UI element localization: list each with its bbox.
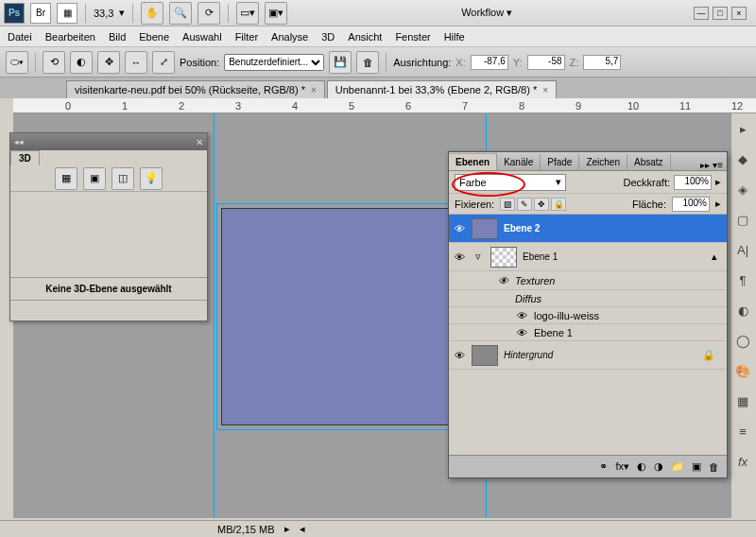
layer-ebene1-child[interactable]: 👁 Ebene 1 [449,324,727,341]
visibility-icon[interactable]: 👁 [453,223,466,234]
ps-icon[interactable]: Ps [4,3,25,24]
menu-fenster[interactable]: Fenster [395,31,430,43]
close-icon[interactable]: × [542,85,548,95]
layer-texturen[interactable]: 👁 Texturen [449,271,727,290]
doc-tab-2[interactable]: Unbenannt-1 bei 33,3% (Ebene 2, RGB/8) *… [327,80,557,98]
screen-icon[interactable]: ▣▾ [265,2,287,25]
visibility-icon[interactable]: 👁 [453,251,466,263]
mask-icon[interactable]: ◯ [733,331,752,350]
light-icon[interactable]: 💡 [140,167,163,190]
panel-3d-header[interactable]: ◂◂ ✕ [10,133,207,150]
menu-analyse[interactable]: Analyse [271,31,308,43]
delete-icon[interactable]: 🗑 [356,51,379,74]
bridge-icon[interactable]: Br [30,3,51,24]
canvas[interactable] [221,208,486,425]
arrow-icon[interactable]: ▸ [733,119,752,138]
arrange-icon[interactable]: ▭▾ [236,2,259,25]
color-icon[interactable]: 🎨 [733,361,752,380]
blend-mode-select[interactable]: Farbe▾ [455,174,566,191]
adjust-icon[interactable]: ◐ [733,301,752,320]
menu-bild[interactable]: Bild [109,31,126,43]
stack-icon[interactable]: ◆ [733,149,752,168]
3d-rotate-icon[interactable]: ⟲ [43,51,65,74]
layer-ebene2[interactable]: 👁 Ebene 2 [449,215,727,243]
minimize-button[interactable]: — [694,7,709,20]
film-icon[interactable]: ▦ [57,3,77,24]
layers-icon[interactable]: ≡ [733,422,752,441]
y-value[interactable]: -58 [527,55,565,70]
grid-icon[interactable]: ▦ [733,391,752,410]
visibility-icon[interactable]: 👁 [515,327,528,338]
menu-filter[interactable]: Filter [235,31,258,43]
swatches-icon[interactable]: ◈ [733,180,752,199]
adjustment-icon[interactable]: ◑ [654,460,663,473]
layer-logo[interactable]: 👁 logo-illu-weiss [449,307,727,324]
tab-absatz[interactable]: Absatz [627,154,671,170]
mask-icon[interactable]: ◐ [637,460,646,473]
link-icon[interactable]: ⚭ [599,460,608,473]
3d-slide-icon[interactable]: ↔ [125,51,147,74]
layer-thumb[interactable] [472,218,498,239]
layer-thumb[interactable] [472,345,498,366]
fx-dock-icon[interactable]: fx [733,452,752,471]
tab-pfade[interactable]: Pfade [541,154,579,170]
guide[interactable] [214,113,215,518]
lock-transparent-icon[interactable]: ▨ [500,198,515,211]
3d-roll-icon[interactable]: ◐ [70,51,93,74]
visibility-icon[interactable]: 👁 [496,275,509,286]
tab-3d[interactable]: 3D [10,150,40,165]
current-tool-icon[interactable]: ⬭▾ [6,51,28,74]
lock-move-icon[interactable]: ✥ [534,198,549,211]
crop-icon[interactable]: ▢ [733,210,752,229]
menu-datei[interactable]: Datei [8,31,32,43]
z-value[interactable]: 5,7 [583,55,621,70]
rotate-icon[interactable]: ⟳ [198,2,220,25]
mesh-icon[interactable]: ▣ [83,167,106,190]
scene-icon[interactable]: ▦ [55,167,77,190]
fx-icon[interactable]: fx▾ [615,460,629,473]
maximize-button[interactable]: □ [713,7,728,20]
menu-auswahl[interactable]: Auswahl [182,31,222,43]
save-icon[interactable]: 💾 [329,51,352,74]
tab-zeichen[interactable]: Zeichen [579,154,627,170]
visibility-icon[interactable]: 👁 [515,310,528,321]
menu-bearbeiten[interactable]: Bearbeiten [45,31,95,43]
opacity-value[interactable]: 100% [674,175,712,190]
new-layer-icon[interactable]: ▣ [692,460,701,473]
tab-kanaele[interactable]: Kanäle [497,154,541,170]
scroll-up-icon[interactable]: ▴ [712,251,717,263]
fill-value[interactable]: 100% [672,197,710,212]
lock-paint-icon[interactable]: ✎ [517,198,532,211]
menu-3d[interactable]: 3D [321,31,335,43]
menu-ansicht[interactable]: Ansicht [348,31,382,43]
layer-hintergrund[interactable]: 👁 Hintergrund 🔒 [449,341,727,370]
close-icon[interactable]: × [311,85,317,95]
layer-thumb[interactable] [490,247,517,268]
paragraph-icon[interactable]: ¶ [733,270,752,289]
visibility-icon[interactable]: 👁 [453,350,466,361]
layer-diffus[interactable]: Diffus [449,290,727,307]
status-arrow-icon[interactable]: ▸ [284,523,290,535]
position-select[interactable]: Benutzerdefiniert... [224,54,324,71]
text-icon[interactable]: A| [733,240,752,259]
menu-ebene[interactable]: Ebene [139,31,169,43]
doc-tab-1[interactable]: visitenkarte-neu.pdf bei 50% (Rückseite,… [66,80,325,98]
close-button[interactable]: × [731,7,747,20]
x-value[interactable]: -87,6 [471,55,508,70]
3d-pan-icon[interactable]: ✥ [97,51,120,74]
layer-ebene1[interactable]: 👁 ▿ Ebene 1 ▴ [449,243,727,271]
menu-hilfe[interactable]: Hilfe [444,31,465,43]
hand-icon[interactable]: ✋ [141,2,163,25]
lock-all-icon[interactable]: 🔒 [551,198,566,211]
material-icon[interactable]: ◫ [112,167,134,190]
3d-scale-icon[interactable]: ⤢ [152,51,175,74]
folder-icon[interactable]: 📁 [671,460,684,473]
chevron-down-icon[interactable]: ▿ [472,251,485,263]
trash-icon[interactable]: 🗑 [709,461,719,473]
tab-ebenen[interactable]: Ebenen [449,153,497,170]
scroll-left-icon[interactable]: ◂ [300,523,305,535]
zoom-icon[interactable]: 🔍 [169,2,192,25]
workspace-switcher[interactable]: Workflow ▾ [461,7,520,19]
panel-menu-icon[interactable]: ▸▸ ▾≡ [696,160,727,170]
zoom-value[interactable]: 33,3 [94,8,113,19]
